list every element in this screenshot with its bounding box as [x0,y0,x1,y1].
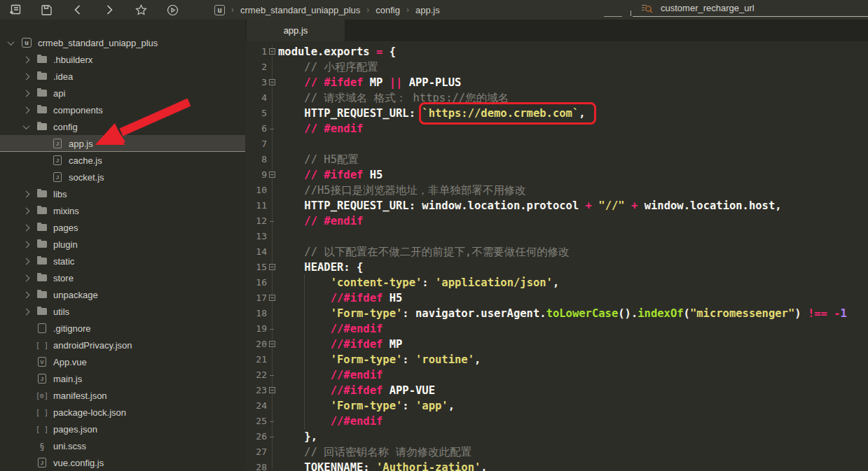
chevron-right-icon[interactable] [21,209,31,213]
code-line-26[interactable]: 26 }, [245,429,868,444]
chevron-right-icon[interactable] [21,242,31,247]
breadcrumb-file[interactable]: app.js [415,5,440,15]
code-line-20[interactable]: 20 //#ifdef MP [245,337,868,352]
chevron-right-icon[interactable] [21,57,31,62]
tree-item-.idea[interactable]: .idea [0,68,245,85]
code-line-13[interactable]: 13 [245,229,868,244]
tree-item-plugin[interactable]: plugin [0,236,245,253]
fold-gutter [267,444,278,460]
chevron-right-icon[interactable] [21,74,31,79]
tree-item-manifest.json[interactable]: [⚙]manifest.json [0,387,245,404]
tree-item-config[interactable]: config [0,118,245,135]
code-line-28[interactable]: 28 TOKENNAME: 'Authori-zation', [245,460,868,471]
code-line-4[interactable]: 4 // 请求域名 格式： https://您的域名 [245,90,868,106]
code-line-10[interactable]: 10 //H5接口是浏览器地址，非单独部署不用修改 [245,183,868,198]
line-number: 23 [245,383,267,398]
star-icon[interactable] [135,3,147,16]
tree-item-androidPrivacy.json[interactable]: [ ]androidPrivacy.json [0,337,245,353]
chevron-right-icon[interactable] [21,293,31,297]
chevron-right-icon[interactable] [21,225,31,230]
json-icon: [ ] [36,407,48,418]
tree-item-.hbuilderx[interactable]: .hbuilderx [0,51,245,68]
chevron-right-icon[interactable] [21,276,31,281]
code-line-17[interactable]: 17 //#ifdef H5 [245,290,868,306]
tree-item-crmeb_standard_uniapp_plus[interactable]: ucrmeb_standard_uniapp_plus [0,34,245,51]
code-line-21[interactable]: 21 'Form-type': 'routine', [245,352,868,367]
tree-item-app.js[interactable]: Japp.js [0,135,245,152]
fold-start-marker[interactable] [267,75,278,90]
fold-start-marker[interactable] [267,44,278,59]
chevron-right-icon[interactable] [21,259,31,264]
code-line-2[interactable]: 2 // 小程序配置 [245,59,868,75]
breadcrumb-project[interactable]: crmeb_standard_uniapp_plus [240,5,360,15]
chevron-down-icon[interactable] [6,41,15,45]
code-line-14[interactable]: 14 // 以下配置在不做二开的前提下,不需要做任何的修改 [245,244,868,260]
tree-item-api[interactable]: api [0,85,245,101]
code-line-8[interactable]: 8 // H5配置 [245,152,868,167]
run-icon[interactable] [166,3,179,16]
code-line-7[interactable]: 7 [245,136,868,152]
fold-start-marker[interactable] [267,167,278,183]
code-line-16[interactable]: 16 'content-type': 'application/json', [245,275,868,290]
tree-item-unpackage[interactable]: unpackage [0,286,245,303]
chevron-right-icon[interactable] [21,108,31,113]
code-line-27[interactable]: 27 // 回话密钥名称 请勿修改此配置 [245,444,868,460]
file-tree: ucrmeb_standard_uniapp_plus.hbuilderx.id… [0,34,245,471]
line-number: 18 [245,306,267,321]
toolbar: u › crmeb_standard_uniapp_plus › config … [0,0,868,20]
tree-item-App.vue[interactable]: VApp.vue [0,353,245,370]
tree-item-main.js[interactable]: Jmain.js [0,370,245,387]
chevron-down-icon[interactable] [21,125,31,129]
tree-item-cache.js[interactable]: Jcache.js [0,152,245,169]
code-text: module.exports = { [278,44,396,59]
code-line-18[interactable]: 18 'Form-type': navigator.userAgent.toLo… [245,306,868,321]
code-line-6[interactable]: 6 // #endif [245,121,868,136]
tree-item-uni.scss[interactable]: §uni.scss [0,437,245,454]
tree-item-label: api [53,88,65,99]
code-line-23[interactable]: 23 //#ifdef APP-VUE [245,383,868,398]
tree-item-mixins[interactable]: mixins [0,202,245,219]
tree-item-.gitignore[interactable]: .gitignore [0,320,245,337]
forward-icon[interactable] [103,3,116,16]
tree-item-vue.config.js[interactable]: Jvue.config.js [0,454,245,471]
tree-item-libs[interactable]: libs [0,185,245,202]
tree-item-components[interactable]: components [0,101,245,118]
code-line-25[interactable]: 25 //#endif [245,414,868,429]
tree-item-package-lock.json[interactable]: [ ]package-lock.json [0,404,245,421]
fold-start-marker[interactable] [267,260,278,275]
code-editor[interactable]: 1module.exports = {2 // 小程序配置3 // #ifdef… [245,41,868,471]
code-line-19[interactable]: 19 //#endif [245,321,868,337]
tree-item-utils[interactable]: utils [0,303,245,320]
code-line-22[interactable]: 22 //#endif [245,367,868,383]
tab-app-js[interactable]: app.js [247,20,345,41]
code-line-24[interactable]: 24 'Form-type': 'app', [245,398,868,414]
search-input[interactable]: customer_recharge_url [633,0,868,17]
tree-item-pages.json[interactable]: [ ]pages.json [0,421,245,437]
code-line-11[interactable]: 11 HTTP_REQUEST_URL: window.location.pro… [245,198,868,213]
code-line-5[interactable]: 5 HTTP_REQUEST_URL: `https://demo.crmeb.… [245,106,868,121]
tree-item-socket.js[interactable]: Jsocket.js [0,169,245,185]
tree-item-pages[interactable]: pages [0,219,245,236]
save-icon[interactable] [40,3,53,16]
code-line-15[interactable]: 15 HEADER: { [245,260,868,275]
chevron-right-icon[interactable] [21,192,31,197]
breadcrumb-folder[interactable]: config [376,5,400,15]
line-number: 19 [245,321,267,337]
fold-start-marker[interactable] [267,337,278,352]
tree-item-store[interactable]: store [0,269,245,286]
tree-item-label: mixins [53,206,79,216]
back-icon[interactable] [71,3,84,16]
code-line-1[interactable]: 1module.exports = { [245,44,868,59]
folder-icon [36,289,48,300]
code-line-9[interactable]: 9 // #ifdef H5 [245,167,868,183]
chevron-right-icon[interactable] [21,309,31,314]
line-number: 8 [245,152,267,167]
code-line-12[interactable]: 12 // #endif [245,213,868,229]
fold-start-marker[interactable] [267,290,278,306]
new-file-icon[interactable] [8,3,21,16]
tree-item-static[interactable]: static [0,253,245,269]
fold-start-marker[interactable] [267,383,278,398]
chevron-right-icon[interactable] [21,91,31,96]
code-line-3[interactable]: 3 // #ifdef MP || APP-PLUS [245,75,868,90]
js-icon: J [52,155,63,166]
